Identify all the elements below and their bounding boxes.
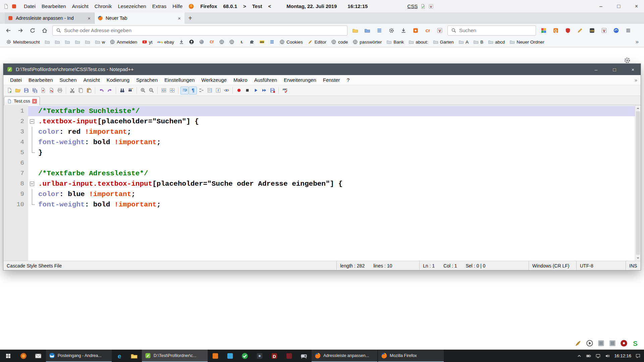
paste-button[interactable] [85, 86, 93, 95]
addon-orange-button[interactable] [410, 25, 421, 36]
status-eol-format[interactable]: Windows (CR LF) [529, 261, 576, 270]
tab-testcss[interactable]: Test.css × [4, 97, 40, 105]
code-text[interactable] [37, 158, 635, 168]
document-map-button[interactable] [206, 86, 214, 95]
pinned-app-6-button[interactable]: D [267, 350, 282, 362]
scroll-up-icon[interactable] [635, 105, 641, 111]
maximize-button[interactable]: □ [611, 0, 626, 12]
bookmark-item[interactable] [83, 38, 92, 46]
bookmark-item-anmelden[interactable]: Anmelden [108, 38, 139, 46]
bookmark-item[interactable] [43, 38, 52, 46]
pinned-app-2-button[interactable] [208, 350, 223, 362]
start-button[interactable] [0, 350, 16, 362]
save-all-button[interactable] [31, 86, 39, 95]
forward-button[interactable] [15, 25, 26, 36]
code-text[interactable]: .textbox-input[placeholder="Suchen"] { [37, 116, 635, 127]
pinned-app-4-button[interactable] [237, 350, 252, 362]
undo-button[interactable] [97, 86, 105, 95]
new-file-button[interactable] [5, 86, 13, 95]
code-line-2[interactable]: 2.textbox-input[placeholder="Suchen"] { [3, 116, 635, 127]
bookmark-item-a[interactable]: A [457, 38, 471, 46]
npp-menu-?[interactable]: ? [343, 76, 353, 84]
action-center-icon[interactable] [635, 353, 641, 359]
menubar-item-lesezeichen[interactable]: Lesezeichen [115, 2, 149, 10]
menubar-item-bearbeiten[interactable]: Bearbeiten [39, 2, 69, 10]
bookmark-item[interactable] [267, 38, 277, 46]
status-insert-mode[interactable]: INS [626, 261, 641, 270]
word-wrap-button[interactable] [180, 86, 189, 95]
macro-save-button[interactable] [268, 86, 276, 95]
firefox-window-1-taskbar-button[interactable]: Adressleiste anpassen... [312, 350, 377, 362]
file-explorer-button[interactable] [127, 350, 142, 362]
bookmark-item[interactable]: b64 [257, 38, 267, 46]
css-indicator[interactable]: CSS [407, 3, 418, 9]
urlbar-input[interactable] [64, 27, 344, 33]
searchbar[interactable] [447, 25, 536, 36]
pinned-app-7-button[interactable] [282, 350, 297, 362]
npp-menu-overflow-icon[interactable]: » [635, 77, 637, 83]
download-button[interactable] [398, 25, 409, 36]
close-button[interactable]: × [629, 0, 644, 12]
bookmark-item-yt[interactable]: yt [140, 38, 155, 46]
bookmark-item-about-[interactable]: about: [407, 38, 430, 46]
bookmark-item[interactable] [53, 38, 62, 46]
bookmark-item-abcd[interactable]: abcd [486, 38, 507, 46]
browser-tab-2[interactable]: Neuer Tab× [95, 12, 184, 24]
npp-menu-suchen[interactable]: Suchen [56, 76, 80, 84]
pinned-app-5-button[interactable] [252, 350, 267, 362]
notepadpp-window-taskbar-button[interactable]: D:\Test\Profilordner\c... [142, 350, 208, 362]
bookmark-item[interactable] [73, 38, 82, 46]
menubar-item-chronik[interactable]: Chronik [92, 2, 115, 10]
urlbar[interactable] [52, 25, 347, 36]
save-button[interactable] [22, 86, 30, 95]
tab-close-icon[interactable]: × [177, 15, 181, 21]
pinned-app-1-button[interactable] [16, 350, 31, 362]
bookmark-item-b[interactable]: B [471, 38, 485, 46]
code-line-5[interactable]: 5} [3, 147, 635, 158]
npp-menu-ausfhren[interactable]: Ausführen [251, 76, 280, 84]
npp-close-button[interactable]: × [625, 64, 641, 75]
q-badge-button[interactable]: Q [550, 25, 561, 36]
npp-menu-einstellungen[interactable]: Einstellungen [161, 76, 198, 84]
new-tab-button[interactable]: + [184, 12, 196, 24]
code-text[interactable]: color: red !important; [37, 127, 635, 137]
bookmark-item[interactable]: Cf [207, 38, 216, 46]
bookmark-item-w[interactable]: w [93, 38, 107, 46]
red-circle-icon[interactable] [620, 339, 628, 347]
pencil-button[interactable] [574, 25, 586, 36]
sync-scroll-vertical-button[interactable] [160, 86, 168, 95]
npp-menu-werkzeuge[interactable]: Werkzeuge [198, 76, 230, 84]
code-text[interactable]: color: blue !important; [37, 189, 635, 199]
find-button[interactable] [118, 86, 126, 95]
open-file-button[interactable] [14, 86, 22, 95]
status-encoding[interactable]: UTF-8 [576, 261, 626, 270]
macro-play-button[interactable] [252, 86, 260, 95]
npp-menu-fenster[interactable]: Fenster [320, 76, 343, 84]
s-green-icon[interactable]: S [631, 339, 639, 347]
code-line-3[interactable]: 3color: red !important; [3, 127, 635, 137]
gray-app-icon[interactable] [597, 339, 605, 347]
code-line-7[interactable]: 7/*Textfarbe Adressleiste*/ [3, 168, 635, 179]
menubar-item-ansicht[interactable]: Ansicht [69, 2, 92, 10]
folder-blue-button[interactable] [362, 25, 373, 36]
validator-icon[interactable] [420, 4, 426, 9]
bookmark-item-neuer-ordner[interactable]: Neuer Ordner [507, 38, 546, 46]
code-line-1[interactable]: 1/*Textfarbe Suchleiste*/ [3, 106, 635, 116]
function-list-button[interactable]: f [214, 86, 222, 95]
doc-monitor-button[interactable] [222, 86, 230, 95]
volume-icon[interactable] [605, 353, 610, 359]
sticker-button[interactable] [538, 25, 549, 36]
indent-guide-button[interactable] [197, 86, 205, 95]
firefox-window-2-taskbar-button[interactable]: Mozilla Firefox [378, 350, 444, 362]
browser-tab-1[interactable]: Adressleiste anpassen - Ind× [5, 12, 95, 24]
vertical-scrollbar[interactable] [635, 105, 641, 261]
menubar-item-hilfe[interactable]: Hilfe [169, 2, 185, 10]
bookmark-item[interactable] [197, 38, 206, 46]
bookmark-item-code[interactable]: code [329, 38, 350, 46]
scroll-down-icon[interactable] [635, 255, 641, 261]
npp-menu-ansicht[interactable]: Ansicht [80, 76, 103, 84]
fold-margin[interactable] [28, 116, 37, 127]
play-circle-icon[interactable] [586, 339, 594, 347]
npp-menu-erweiterungen[interactable]: Erweiterungen [280, 76, 320, 84]
bookmark-item[interactable] [63, 38, 72, 46]
